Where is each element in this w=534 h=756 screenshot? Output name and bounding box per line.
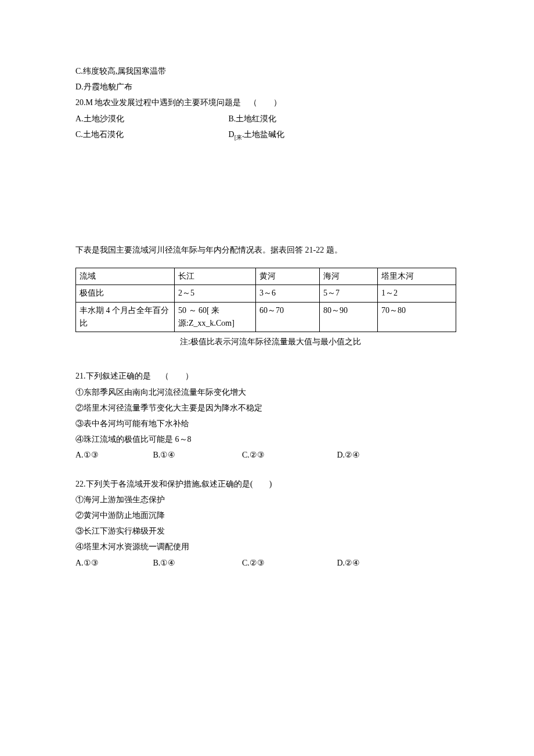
th-huanghe: 黄河 <box>256 268 320 285</box>
q20-option-c: C.土地石漠化 <box>75 127 226 142</box>
q21-option-b: B.①④ <box>153 448 240 462</box>
r1-tarim: 1～2 <box>378 285 456 302</box>
table-row: 流域 长江 黄河 海河 塔里木河 <box>76 268 456 285</box>
table-row: 极值比 2～5 3～6 5～7 1～2 <box>76 285 456 302</box>
r1-label: 极值比 <box>76 285 175 302</box>
q21-statement-3: ③表中各河均可能有地下水补给 <box>75 416 459 431</box>
th-changjiang: 长江 <box>175 268 256 285</box>
q20-stem: 20.M 地农业发展过程中遇到的主要环境问题是 （ ） <box>75 95 459 110</box>
q20-option-d: D[来.土地盐碱化 <box>229 127 285 143</box>
r1-huanghe: 3～6 <box>256 285 320 302</box>
th-haihe: 海河 <box>320 268 378 285</box>
r1-changjiang: 2～5 <box>175 285 256 302</box>
q21-statement-4: ④珠江流域的极值比可能是 6～8 <box>75 432 459 447</box>
q21-stem: 21.下列叙述正确的是 （ ） <box>75 369 459 383</box>
q19-option-d: D.丹霞地貌广布 <box>75 80 459 94</box>
r1-haihe: 5～7 <box>320 285 378 302</box>
q22-stem: 22.下列关于各流域开发和保护措施,叙述正确的是( ) <box>75 477 459 491</box>
q20-option-b: B.土地红漠化 <box>229 111 277 126</box>
q21-option-c: C.②③ <box>242 448 335 462</box>
q21-option-d: D.②④ <box>337 448 360 462</box>
r2-haihe: 80～90 <box>320 302 378 332</box>
table-row: 丰水期 4 个月占全年百分比 50 ～ 60[ 来源:Z_xx_k.Com] 6… <box>76 302 456 332</box>
q22-statement-2: ②黄河中游防止地面沉降 <box>75 508 459 523</box>
q22-statement-1: ①海河上游加强生态保护 <box>75 492 459 507</box>
table-note: 注:极值比表示河流年际径流量最大值与最小值之比 <box>75 334 459 349</box>
r2-changjiang: 50 ～ 60[ 来源:Z_xx_k.Com] <box>175 302 256 332</box>
th-basin: 流域 <box>76 268 175 285</box>
runoff-table: 流域 长江 黄河 海河 塔里木河 极值比 2～5 3～6 5～7 1～2 丰水期… <box>75 268 456 333</box>
r2-label: 丰水期 4 个月占全年百分比 <box>76 302 175 332</box>
q22-statement-4: ④塔里木河水资源统一调配使用 <box>75 539 459 554</box>
q22-option-d: D.②④ <box>337 556 360 570</box>
q22-option-c: C.②③ <box>242 556 335 570</box>
r2-tarim: 70～80 <box>378 302 456 332</box>
q22-option-b: B.①④ <box>153 556 240 570</box>
th-tarim: 塔里木河 <box>378 268 456 285</box>
q20-optD-sub: [来 <box>234 134 242 141</box>
q21-statement-2: ②塔里木河径流量季节变化大主要是因为降水不稳定 <box>75 401 459 415</box>
q22-option-a: A.①③ <box>75 556 151 570</box>
q20-optD-letter: D <box>229 130 234 139</box>
q21-option-a: A.①③ <box>75 448 151 462</box>
q20-option-a: A.土地沙漠化 <box>75 111 226 126</box>
q21-statement-1: ①东部季风区由南向北河流径流量年际变化增大 <box>75 385 459 399</box>
q20-optD-rest: .土地盐碱化 <box>242 130 285 139</box>
r2-huanghe: 60～70 <box>256 302 320 332</box>
table-intro: 下表是我国主要流域河川径流年际与年内分配情况表。据表回答 21-22 题。 <box>75 243 459 257</box>
q22-statement-3: ③长江下游实行梯级开发 <box>75 524 459 538</box>
q19-option-c: C.纬度较高,属我国寒温带 <box>75 64 459 78</box>
